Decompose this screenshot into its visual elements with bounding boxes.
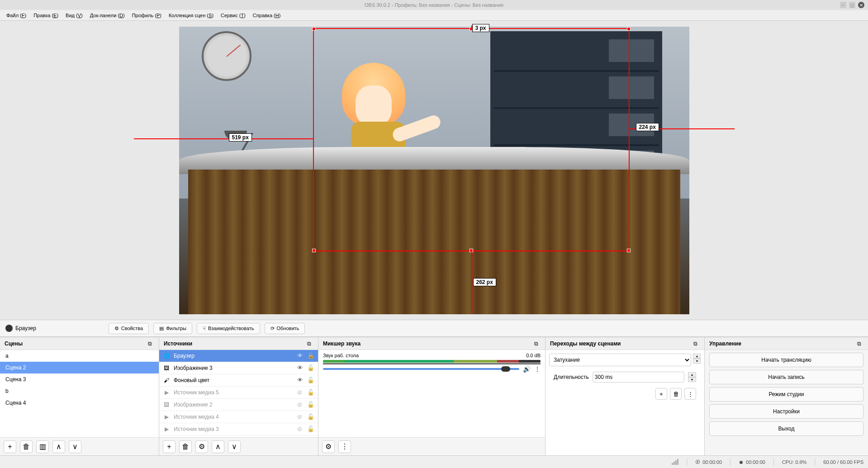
scene-item[interactable]: Сцена 4 (0, 397, 159, 409)
menu-view[interactable]: Вид (V) (62, 11, 86, 19)
lock-toggle[interactable]: 🔓 (307, 352, 314, 359)
properties-button[interactable]: ⚙Свойства (109, 323, 149, 334)
exit-button[interactable]: Выход (709, 421, 863, 436)
source-item[interactable]: 🖼 Изображение 3 👁🔓 (159, 362, 318, 374)
interact-button[interactable]: ☟Взаимодействовать (197, 323, 260, 334)
popout-icon[interactable]: ⧉ (307, 340, 313, 347)
window-title: OBS 30.0.2 - Профиль: Без названия - Сце… (365, 2, 503, 8)
mixer-menu-button[interactable]: ⋮ (338, 440, 351, 453)
play-icon: ▶ (163, 389, 170, 396)
start-record-button[interactable]: Начать запись (709, 370, 863, 384)
popout-icon[interactable]: ⧉ (148, 340, 154, 347)
source-item[interactable]: ▶ Источник медиа 4 ⊘🔓 (159, 411, 318, 423)
scene-item[interactable]: Сцена 2 (0, 362, 159, 373)
visibility-toggle[interactable]: ⊘ (297, 401, 304, 408)
lock-toggle[interactable]: 🔓 (307, 364, 314, 372)
visibility-toggle[interactable]: 👁 (297, 364, 304, 372)
source-item[interactable]: ▶ Источник медиа 5 ⊘🔓 (159, 387, 318, 399)
sources-title: Источники (164, 340, 192, 347)
remove-scene-button[interactable]: 🗑 (20, 440, 33, 453)
controls-dock: Управление ⧉ Начать трансляцию Начать за… (705, 337, 868, 455)
popout-icon[interactable]: ⧉ (693, 340, 700, 347)
source-properties-button[interactable]: ⚙ (195, 440, 208, 453)
scene-up-button[interactable]: ∧ (52, 440, 65, 453)
source-item[interactable]: 🖼 Изображение 2 ⊘🔓 (159, 399, 318, 411)
transition-menu-button[interactable]: ⋮ (684, 388, 696, 400)
menu-profile[interactable]: Профиль (P) (128, 11, 165, 19)
live-time: 00:00:00 (702, 459, 722, 465)
preview-area[interactable]: 3 px 519 px 224 px 262 px (0, 21, 868, 320)
visibility-toggle[interactable]: ⊘ (297, 389, 304, 396)
lock-toggle[interactable]: 🔓 (307, 389, 314, 396)
maximize-button[interactable]: ◻ (849, 2, 855, 8)
visibility-toggle[interactable]: ⊘ (297, 413, 304, 421)
menu-help[interactable]: Справка (H) (249, 11, 285, 19)
mixer-channel: Звук раб. стола 0.0 dB 🔊 ⋮ (318, 350, 545, 375)
refresh-button[interactable]: ⟳Обновить (265, 323, 305, 334)
source-down-button[interactable]: ∨ (228, 440, 241, 453)
spin-up[interactable]: ▴ (693, 354, 701, 359)
menu-edit[interactable]: Правка (E) (30, 11, 62, 19)
source-up-button[interactable]: ∧ (212, 440, 224, 453)
close-button[interactable]: ✕ (858, 2, 864, 8)
spin-down[interactable]: ▾ (688, 377, 696, 382)
mixer-title: Микшер звука (323, 340, 360, 347)
start-stream-button[interactable]: Начать трансляцию (709, 353, 863, 367)
studio-mode-button[interactable]: Режим студии (709, 387, 863, 402)
add-transition-button[interactable]: + (655, 388, 667, 400)
scene-filter-button[interactable]: ▥ (36, 440, 49, 453)
spin-down[interactable]: ▾ (693, 359, 701, 364)
settings-button[interactable]: Настройки (709, 404, 863, 419)
filters-button[interactable]: ▤Фильтры (153, 323, 192, 334)
menubar: Файл (F) Правка (E) Вид (V) Док-панели (… (0, 10, 868, 21)
guide-right: 224 px (636, 123, 659, 131)
spin-up[interactable]: ▴ (688, 372, 696, 377)
visibility-toggle[interactable]: 👁 (297, 352, 304, 359)
preview-background (179, 27, 689, 314)
duration-input[interactable] (593, 372, 684, 383)
preview-canvas[interactable]: 3 px 519 px 224 px 262 px (179, 27, 689, 314)
lock-toggle[interactable]: 🔓 (307, 377, 314, 384)
minimize-button[interactable]: − (840, 2, 846, 8)
play-icon: ▶ (163, 413, 170, 421)
source-item[interactable]: 🌐 Браузер 👁🔓 (159, 350, 318, 362)
channel-menu[interactable]: ⋮ (534, 365, 541, 373)
mixer-channel-name: Звук раб. стола (323, 353, 359, 358)
visibility-toggle[interactable]: ⊘ (297, 425, 304, 433)
add-scene-button[interactable]: + (4, 440, 16, 453)
source-item[interactable]: 🖌 Фоновый цвет 👁🔓 (159, 374, 318, 387)
context-toolbar: Браузер ⚙Свойства ▤Фильтры ☟Взаимодейств… (0, 320, 868, 337)
audio-meter (323, 360, 541, 363)
gear-icon: ⚙ (114, 326, 119, 331)
lock-toggle[interactable]: 🔓 (307, 425, 314, 433)
scene-item[interactable]: a (0, 350, 159, 362)
volume-slider[interactable] (323, 368, 519, 370)
menu-docks[interactable]: Док-панели (D) (86, 11, 128, 19)
remove-source-button[interactable]: 🗑 (179, 440, 192, 453)
lock-toggle[interactable]: 🔓 (307, 413, 314, 421)
add-source-button[interactable]: + (163, 440, 175, 453)
popout-icon[interactable]: ⧉ (534, 340, 541, 347)
rec-time: 00:00:00 (746, 459, 765, 465)
visibility-toggle[interactable]: 👁 (297, 377, 304, 384)
scene-item[interactable]: Сцена 3 (0, 373, 159, 385)
source-item[interactable]: ▶ Источник медиа 3 ⊘🔓 (159, 423, 318, 435)
scenes-list[interactable]: a Сцена 2 Сцена 3 b Сцена 4 (0, 350, 159, 437)
sources-list[interactable]: 🌐 Браузер 👁🔓 🖼 Изображение 3 👁🔓 🖌 Фоновы… (159, 350, 318, 437)
guide-top: 3 px (472, 24, 489, 32)
mixer-settings-button[interactable]: ⚙ (322, 440, 335, 453)
menu-tools[interactable]: Сервис (T) (217, 11, 249, 19)
pointer-icon: ☟ (203, 326, 206, 331)
lock-toggle[interactable]: 🔓 (307, 401, 314, 408)
mute-toggle[interactable]: 🔊 (523, 365, 531, 373)
scene-item[interactable]: b (0, 385, 159, 397)
cpu-usage: CPU: 0.8% (782, 459, 806, 465)
menu-scene-collection[interactable]: Коллекция сцен (S) (165, 11, 217, 19)
transitions-dock: Переходы между сценами ⧉ Затухание ▴▾ Дл… (545, 337, 705, 455)
transition-select[interactable]: Затухание (549, 354, 691, 366)
scene-down-button[interactable]: ∨ (69, 440, 81, 453)
controls-title: Управление (709, 340, 741, 347)
menu-file[interactable]: Файл (F) (3, 11, 30, 19)
remove-transition-button[interactable]: 🗑 (670, 388, 682, 400)
popout-icon[interactable]: ⧉ (857, 340, 863, 347)
